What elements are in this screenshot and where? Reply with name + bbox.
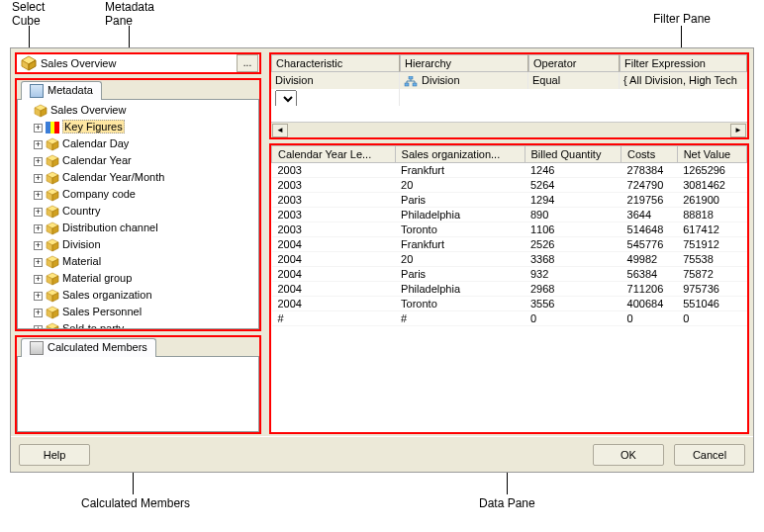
tree-item[interactable]: +Material group <box>20 270 256 287</box>
ok-button[interactable]: OK <box>593 444 664 466</box>
table-row[interactable]: 20032052647247903081462 <box>272 178 747 193</box>
column-header[interactable]: Costs <box>621 146 678 163</box>
table-row[interactable]: 2003Philadelphia890364488818 <box>272 208 747 222</box>
column-header[interactable]: Calendar Year Le... <box>272 146 396 163</box>
callout-filter-pane: Filter Pane <box>653 12 711 26</box>
expand-icon[interactable]: + <box>34 191 43 200</box>
table-cell: Toronto <box>395 222 525 237</box>
cube-icon <box>21 55 37 71</box>
help-button[interactable]: Help <box>19 444 90 466</box>
tree-item-label: Sales Personnel <box>62 306 142 317</box>
scroll-right-icon[interactable]: ► <box>730 124 746 137</box>
dimension-icon <box>46 255 59 269</box>
tree-item[interactable]: +Material <box>20 253 256 270</box>
filter-cell-operator: Equal <box>528 72 620 89</box>
table-cell: 219756 <box>621 193 678 208</box>
filter-hscrollbar[interactable]: ◄ ► <box>271 122 747 137</box>
tree-item[interactable]: +Sold-to party <box>20 320 256 329</box>
column-header[interactable]: Billed Quantity <box>525 146 621 163</box>
table-cell: 2003 <box>272 178 396 193</box>
tree-root[interactable]: Sales Overview <box>20 102 256 119</box>
table-row[interactable]: 2004Frankfurt2526545776751912 <box>272 237 747 252</box>
table-row[interactable]: 2004Toronto3556400684551046 <box>272 297 747 311</box>
tree-item[interactable]: +Calendar Year <box>20 152 256 169</box>
tree-item[interactable]: +Sales organization <box>20 287 256 304</box>
select-cube-bar[interactable]: Sales Overview ... <box>15 52 261 74</box>
filter-header-characteristic[interactable]: Characteristic <box>271 54 400 72</box>
tree-item[interactable]: +Distribution channel <box>20 220 256 236</box>
expand-icon[interactable]: + <box>34 140 43 149</box>
filter-header-hierarchy[interactable]: Hierarchy <box>400 54 528 72</box>
table-cell: 0 <box>525 311 621 326</box>
tree-item-label: Material group <box>62 272 132 284</box>
expand-icon[interactable]: + <box>34 224 43 233</box>
table-cell: 1106 <box>525 222 621 237</box>
expand-icon[interactable]: + <box>34 325 43 329</box>
table-cell: Paris <box>395 267 525 282</box>
data-grid[interactable]: Calendar Year Le...Sales organization...… <box>271 145 747 326</box>
table-cell: 75538 <box>677 252 746 267</box>
table-row[interactable]: 2004Paris9325638475872 <box>272 267 747 282</box>
tree-item-label: Company code <box>62 188 136 200</box>
tree-item[interactable]: +Division <box>20 236 256 253</box>
table-cell: 2003 <box>272 193 396 208</box>
table-cell: 88818 <box>677 208 746 222</box>
tree-item[interactable]: +Company code <box>20 186 256 203</box>
expand-icon[interactable]: + <box>34 309 43 317</box>
table-row[interactable]: ##000 <box>272 311 747 326</box>
table-cell: 2003 <box>272 222 396 237</box>
filter-header-expression[interactable]: Filter Expression <box>620 54 747 72</box>
calculated-members-list[interactable] <box>17 356 259 432</box>
dimension-icon <box>46 238 59 252</box>
column-header[interactable]: Net Value <box>677 146 746 163</box>
tree-item[interactable]: +Calendar Year/Month <box>20 169 256 186</box>
filter-row[interactable]: DivisionDivisionEqual{ All Division, Hig… <box>271 72 747 89</box>
table-cell: 75872 <box>677 267 746 282</box>
svg-rect-42 <box>409 76 413 79</box>
table-cell: 20 <box>395 252 525 267</box>
expand-icon[interactable]: + <box>34 292 43 301</box>
scroll-left-icon[interactable]: ◄ <box>272 124 288 137</box>
table-cell: 890 <box>525 208 621 222</box>
expand-icon[interactable]: + <box>34 208 43 217</box>
expand-icon[interactable]: + <box>34 157 43 166</box>
table-row[interactable]: 2003Toronto1106514648617412 <box>272 222 747 237</box>
tab-calculated-members[interactable]: Calculated Members <box>21 338 156 357</box>
tree-item-label: Material <box>62 255 101 267</box>
expand-icon[interactable]: + <box>34 124 43 133</box>
tree-item[interactable]: +Sales Personnel <box>20 304 256 320</box>
tree-item[interactable]: +Country <box>20 203 256 220</box>
table-cell: 3556 <box>525 297 621 311</box>
expand-icon[interactable]: + <box>34 174 43 183</box>
filter-header-operator[interactable]: Operator <box>528 54 620 72</box>
table-row[interactable]: 2003Paris1294219756261900 <box>272 193 747 208</box>
dimension-icon <box>46 205 59 219</box>
svg-marker-39 <box>47 323 58 329</box>
table-row[interactable]: 2003Frankfurt12462783841265296 <box>272 163 747 178</box>
table-cell: 261900 <box>677 193 746 208</box>
table-row[interactable]: 20042033684998275538 <box>272 252 747 267</box>
calculated-members-pane: Calculated Members <box>15 335 261 434</box>
tree-item-label: Sold-to party <box>62 322 124 329</box>
column-header[interactable]: Sales organization... <box>395 146 525 163</box>
table-cell: Frankfurt <box>395 237 525 252</box>
tab-metadata[interactable]: Metadata <box>21 81 102 100</box>
metadata-tree[interactable]: Sales Overview+Key Figures+Calendar Day+… <box>17 99 259 329</box>
cancel-button[interactable]: Cancel <box>674 444 745 466</box>
browse-cube-button[interactable]: ... <box>237 54 258 72</box>
expand-icon[interactable]: + <box>34 241 43 250</box>
table-cell: 2004 <box>272 237 396 252</box>
dimension-icon <box>46 306 59 319</box>
expand-icon[interactable]: + <box>34 275 43 284</box>
expand-icon[interactable]: + <box>34 258 43 267</box>
filter-row[interactable] <box>271 89 747 106</box>
tree-item[interactable]: +Key Figures <box>20 119 256 135</box>
table-cell: 751912 <box>677 237 746 252</box>
table-row[interactable]: 2004Philadelphia2968711206975736 <box>272 282 747 297</box>
filter-cell-characteristic <box>271 89 400 106</box>
tree-item[interactable]: +Calendar Day <box>20 135 256 152</box>
table-cell: 400684 <box>621 297 678 311</box>
table-cell: 278384 <box>621 163 678 178</box>
table-cell: 724790 <box>621 178 678 193</box>
table-cell: 2004 <box>272 282 396 297</box>
